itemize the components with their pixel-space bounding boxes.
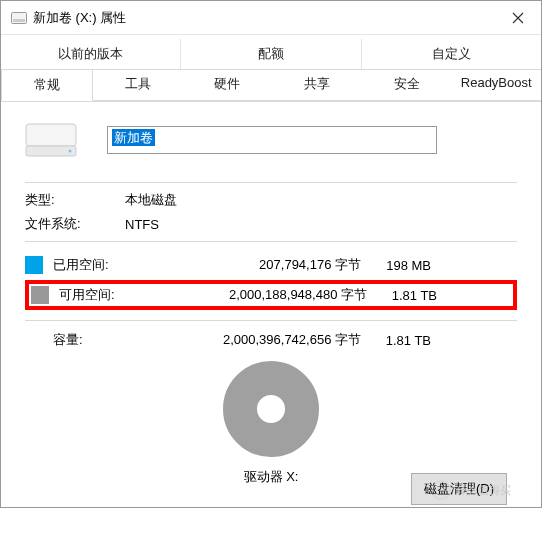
- volume-name-input[interactable]: 新加卷: [107, 126, 437, 154]
- free-space-row: 可用空间: 2,000,188,948,480 字节 1.81 TB: [25, 280, 517, 310]
- svg-point-4: [69, 150, 72, 153]
- tabs-row-2: 常规 工具 硬件 共享 安全 ReadyBoost: [1, 69, 541, 102]
- capacity-human: 1.81 TB: [361, 333, 431, 348]
- tab-hardware[interactable]: 硬件: [182, 69, 272, 101]
- titlebar[interactable]: 新加卷 (X:) 属性: [1, 1, 541, 35]
- disk-cleanup-button[interactable]: 磁盘清理(D): [411, 473, 507, 505]
- filesystem-value: NTFS: [125, 217, 159, 232]
- used-color-swatch: [25, 256, 43, 274]
- tab-previous-versions[interactable]: 以前的版本: [1, 39, 181, 69]
- tab-general[interactable]: 常规: [1, 69, 93, 101]
- free-label: 可用空间:: [59, 286, 149, 304]
- svg-rect-1: [13, 19, 25, 22]
- close-icon: [512, 12, 524, 24]
- divider: [25, 241, 517, 242]
- tab-readyboost[interactable]: ReadyBoost: [451, 69, 541, 101]
- space-table: 已用空间: 207,794,176 字节 198 MB 可用空间: 2,000,…: [25, 250, 517, 310]
- type-row: 类型: 本地磁盘: [25, 191, 517, 209]
- capacity-bytes: 2,000,396,742,656 字节: [143, 331, 361, 349]
- tabs: 以前的版本 配额 自定义 常规 工具 硬件 共享 安全 ReadyBoost: [1, 35, 541, 102]
- tab-security[interactable]: 安全: [362, 69, 452, 101]
- disk-usage-pie-icon: [223, 361, 319, 457]
- footer-row: 驱动器 X: 磁盘清理(D): [25, 457, 517, 497]
- used-label: 已用空间:: [53, 256, 143, 274]
- properties-dialog: 新加卷 (X:) 属性 以前的版本 配额 自定义 常规 工具 硬件 共享 安全 …: [0, 0, 542, 508]
- free-bytes: 2,000,188,948,480 字节: [149, 286, 367, 304]
- used-human: 198 MB: [361, 258, 431, 273]
- window-title: 新加卷 (X:) 属性: [33, 9, 495, 27]
- type-value: 本地磁盘: [125, 191, 177, 209]
- filesystem-row: 文件系统: NTFS: [25, 215, 517, 233]
- capacity-row: 容量: 2,000,396,742,656 字节 1.81 TB: [53, 329, 517, 351]
- close-button[interactable]: [495, 1, 541, 35]
- divider: [25, 182, 517, 183]
- free-color-swatch: [31, 286, 49, 304]
- type-label: 类型:: [25, 191, 125, 209]
- drive-name-row: 新加卷: [25, 120, 517, 160]
- svg-rect-2: [26, 124, 76, 146]
- drive-icon: [25, 120, 77, 160]
- tab-tools[interactable]: 工具: [93, 69, 183, 101]
- tabs-row-1: 以前的版本 配额 自定义: [1, 39, 541, 70]
- free-human: 1.81 TB: [367, 288, 437, 303]
- tab-sharing[interactable]: 共享: [272, 69, 362, 101]
- tab-quota[interactable]: 配额: [181, 39, 361, 69]
- tab-content-general: 新加卷 类型: 本地磁盘 文件系统: NTFS 已用空间: 207,794,17…: [1, 102, 541, 507]
- used-bytes: 207,794,176 字节: [143, 256, 361, 274]
- filesystem-label: 文件系统:: [25, 215, 125, 233]
- drive-small-icon: [11, 10, 27, 26]
- tab-customize[interactable]: 自定义: [362, 39, 541, 69]
- used-space-row: 已用空间: 207,794,176 字节 198 MB: [25, 250, 517, 280]
- pie-chart-area: 驱动器 X: 磁盘清理(D) 值 什么值得买: [25, 361, 517, 497]
- capacity-label: 容量:: [53, 331, 143, 349]
- divider: [25, 320, 517, 321]
- volume-name-value: 新加卷: [112, 129, 155, 146]
